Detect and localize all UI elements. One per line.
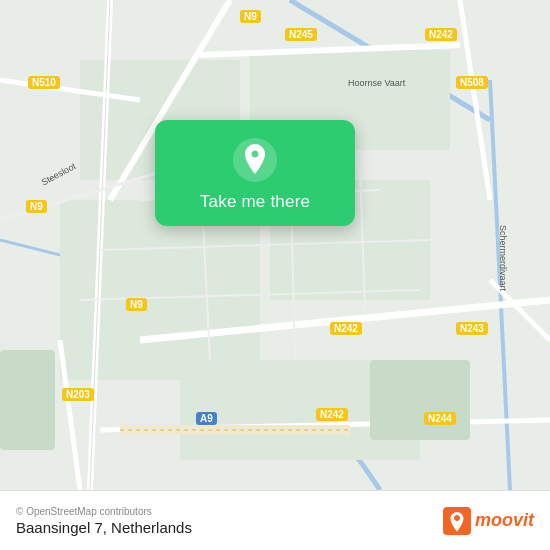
road-label-n242-top: N242 xyxy=(425,28,457,41)
road-name-schermerdivaart: Schermerdivaart xyxy=(498,225,508,291)
moovit-logo: moovit xyxy=(443,507,534,535)
map-pin-icon xyxy=(233,138,277,182)
svg-rect-6 xyxy=(60,200,260,380)
svg-rect-29 xyxy=(0,350,55,450)
road-label-n9-mid: N9 xyxy=(26,200,47,213)
road-name-hoornse-vaart: Hoornse Vaart xyxy=(348,78,405,88)
road-label-n244: N244 xyxy=(424,412,456,425)
bottom-bar: © OpenStreetMap contributors Baansingel … xyxy=(0,490,550,550)
moovit-brand-text: moovit xyxy=(475,510,534,531)
road-label-n9-bot: N9 xyxy=(126,298,147,311)
moovit-icon xyxy=(443,507,471,535)
road-label-n242-bot: N242 xyxy=(316,408,348,421)
road-label-a9: A9 xyxy=(196,412,217,425)
road-label-n243: N243 xyxy=(456,322,488,335)
svg-rect-28 xyxy=(370,360,470,440)
map-svg xyxy=(0,0,550,490)
map-view: N9 N245 N242 N508 N510 N9 N9 N242 N243 N… xyxy=(0,0,550,490)
road-label-n242-mid: N242 xyxy=(330,322,362,335)
take-me-there-button[interactable]: Take me there xyxy=(200,192,310,212)
road-label-n9-top: N9 xyxy=(240,10,261,23)
road-label-n203: N203 xyxy=(62,388,94,401)
road-label-n245: N245 xyxy=(285,28,317,41)
location-popup: Take me there xyxy=(155,120,355,226)
road-label-n508: N508 xyxy=(456,76,488,89)
location-text: Baansingel 7, Netherlands xyxy=(16,519,192,536)
road-label-n510: N510 xyxy=(28,76,60,89)
copyright-text: © OpenStreetMap contributors xyxy=(16,506,192,517)
bottom-left: © OpenStreetMap contributors Baansingel … xyxy=(16,506,192,536)
